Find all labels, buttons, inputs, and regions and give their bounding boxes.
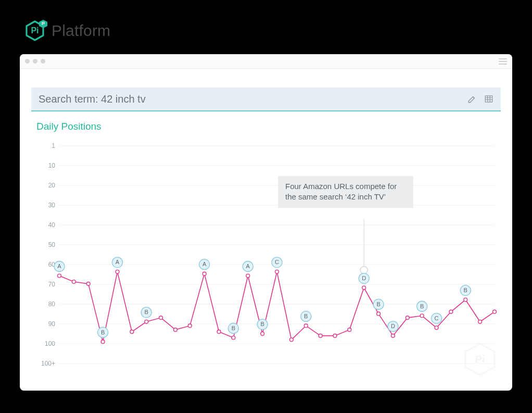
section-title: Daily Positions: [36, 121, 512, 132]
data-point: [391, 334, 395, 337]
data-point: [478, 320, 482, 323]
svg-text:P: P: [42, 21, 45, 26]
point-badge-label: B: [464, 287, 467, 293]
brand-logo: Pi P Platform: [23, 18, 110, 43]
y-tick-label: 10: [48, 162, 56, 169]
point-badge-label: B: [376, 301, 380, 307]
point-badge-label: A: [202, 261, 207, 267]
app-window: Search term: 42 inch tv Daily Positions …: [20, 54, 512, 391]
data-point: [72, 280, 75, 284]
point-badge-label: A: [116, 259, 120, 265]
point-badge-label: B: [145, 309, 148, 315]
y-tick-label: 100: [45, 340, 55, 347]
point-badge-label: B: [260, 321, 264, 327]
data-point: [130, 330, 134, 334]
data-point: [145, 320, 148, 323]
data-point: [275, 270, 279, 273]
watermark-icon: Pi: [461, 341, 499, 380]
data-point: [420, 314, 424, 318]
watermark-text: Pi: [475, 354, 485, 365]
data-point: [377, 312, 381, 316]
annotation-box: Four Amazon URLs compete for the same se…: [278, 176, 413, 208]
y-tick-label: 70: [48, 281, 56, 288]
search-term-label: Search term: 42 inch tv: [39, 93, 146, 105]
y-tick-label: 80: [48, 301, 56, 308]
annotation-text-line1: Four Amazon URLs compete for: [285, 181, 406, 192]
hamburger-icon[interactable]: [499, 58, 507, 65]
point-badge-label: A: [246, 263, 250, 269]
data-point: [304, 324, 308, 328]
callout-marker: [360, 267, 368, 274]
data-point: [232, 336, 235, 340]
series-line: [59, 272, 495, 342]
point-badge-label: A: [57, 263, 61, 269]
data-point: [116, 270, 119, 273]
data-point: [333, 334, 337, 337]
pi-logo-icon: Pi P: [23, 18, 48, 43]
y-tick-label: 1: [52, 142, 55, 149]
data-point: [289, 338, 293, 342]
chart-container: 1102030405060708090100100+ABABABABCBDBDB…: [36, 142, 501, 378]
edit-icon[interactable]: [467, 94, 477, 104]
data-point: [101, 340, 105, 344]
data-point: [348, 328, 351, 332]
point-badge-label: C: [435, 315, 439, 321]
y-tick-label: 50: [48, 241, 56, 248]
data-point: [362, 286, 366, 290]
data-point: [202, 272, 206, 276]
point-badge-label: D: [362, 275, 366, 281]
point-badge-label: D: [391, 323, 395, 329]
brand-name: Platform: [52, 22, 110, 40]
table-icon[interactable]: [484, 94, 493, 104]
data-point: [406, 316, 409, 320]
data-point: [86, 282, 90, 285]
point-badge-label: B: [101, 329, 105, 335]
data-point: [319, 334, 322, 337]
y-tick-label: 30: [48, 202, 56, 209]
data-point: [464, 298, 467, 302]
point-badge-label: B: [420, 303, 424, 309]
line-chart: 1102030405060708090100100+ABABABABCBDBDB…: [36, 142, 501, 378]
y-tick-label: 20: [48, 182, 56, 189]
y-tick-label: 40: [48, 221, 56, 229]
data-point: [188, 324, 192, 328]
data-point: [159, 316, 163, 320]
point-badge-label: B: [232, 325, 235, 331]
data-point: [261, 332, 264, 335]
data-point: [174, 328, 178, 332]
window-titlebar: [20, 54, 512, 69]
data-point: [435, 326, 438, 330]
data-point: [449, 310, 453, 314]
data-point: [493, 310, 497, 314]
annotation-text-line2: the same search ‘42 inch TV’: [285, 192, 406, 202]
traffic-light-dot: [25, 59, 30, 64]
traffic-light-dot: [33, 59, 37, 64]
y-tick-label: 90: [48, 320, 56, 328]
data-point: [246, 274, 250, 278]
svg-rect-4: [485, 96, 492, 102]
y-tick-label: 100+: [41, 360, 55, 367]
data-point: [217, 330, 221, 334]
traffic-light-dot: [41, 59, 45, 64]
data-point: [58, 274, 61, 278]
point-badge-label: C: [275, 259, 279, 265]
svg-text:Pi: Pi: [31, 26, 39, 35]
point-badge-label: B: [304, 313, 308, 319]
search-term-bar: Search term: 42 inch tv: [31, 87, 501, 111]
